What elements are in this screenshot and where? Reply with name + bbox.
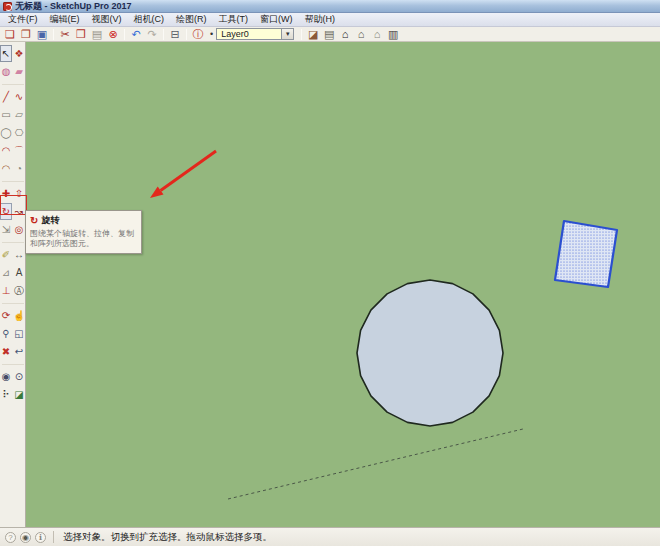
- pie-tool[interactable]: ◔: [13, 160, 25, 177]
- drawing-canvas[interactable]: [26, 42, 660, 527]
- look-around-tool[interactable]: ⊙: [13, 368, 25, 385]
- rotate-tool[interactable]: ↻: [0, 203, 12, 220]
- paint-bucket-tool[interactable]: ◍: [0, 63, 12, 80]
- view-top-button[interactable]: ▤: [321, 27, 337, 41]
- freehand-tool[interactable]: ∿: [13, 88, 25, 105]
- menu-edit[interactable]: 编辑(E): [44, 13, 86, 26]
- polygon-icon: ⎔: [15, 128, 24, 138]
- orbit-tool[interactable]: ⟳: [0, 307, 12, 324]
- protractor-tool[interactable]: ⊿: [0, 264, 12, 281]
- view-back-button[interactable]: ▥: [385, 27, 401, 41]
- view-right-button[interactable]: ⌂: [353, 27, 369, 41]
- two-point-arc-tool[interactable]: ⌒: [13, 142, 25, 159]
- open-folder-icon: ❐: [21, 29, 31, 40]
- push-pull-tool[interactable]: ⇧: [13, 185, 25, 202]
- help-status-icon[interactable]: ?: [5, 532, 16, 543]
- scale-tool[interactable]: ⇲: [0, 221, 12, 238]
- view-left-button[interactable]: ⌂: [369, 27, 385, 41]
- menu-draw[interactable]: 绘图(R): [170, 13, 213, 26]
- menu-help[interactable]: 帮助(H): [299, 13, 342, 26]
- previous-view-tool[interactable]: ↩: [13, 343, 25, 360]
- toolbar-separator: [301, 29, 302, 40]
- selected-square-shape[interactable]: [555, 221, 617, 287]
- iso-view-icon: ◪: [308, 29, 318, 40]
- rotate-tooltip: ↻ 旋转 围绕某个轴旋转、拉伸、复制和阵列所选图元。: [25, 210, 142, 254]
- paint-bucket-icon: ◍: [2, 67, 11, 77]
- model-info-icon: ⓘ: [193, 29, 204, 40]
- palette-row: ⇲◎: [0, 221, 26, 239]
- save-button[interactable]: ▣: [34, 27, 50, 41]
- eraser-tool[interactable]: ▰: [13, 63, 25, 80]
- zoom-magnifier-icon: ⚲: [2, 329, 9, 339]
- axes-tool[interactable]: ⊥: [0, 282, 12, 299]
- menu-tools[interactable]: 工具(T): [213, 13, 255, 26]
- erase-button[interactable]: ⊗: [105, 27, 121, 41]
- circle-shape[interactable]: [357, 280, 503, 426]
- tape-measure-tool[interactable]: ✐: [0, 246, 12, 263]
- geolocation-status-icon[interactable]: ◉: [20, 532, 31, 543]
- push-pull-icon: ⇧: [15, 189, 23, 199]
- menu-view[interactable]: 视图(V): [86, 13, 128, 26]
- rectangle-tool[interactable]: ▭: [0, 106, 12, 123]
- front-view-icon: ⌂: [342, 29, 349, 40]
- scale-icon: ⇲: [2, 225, 10, 235]
- select-tool[interactable]: ↖: [0, 45, 12, 62]
- status-bar: ?◉ℹ 选择对象。切换到扩充选择。拖动鼠标选择多项。: [0, 527, 660, 546]
- cut-button[interactable]: ✂: [57, 27, 73, 41]
- copy-button[interactable]: ❒: [73, 27, 89, 41]
- undo-button[interactable]: ↶: [128, 27, 144, 41]
- palette-group-divider: [2, 300, 24, 304]
- look-around-eye-icon: ⊙: [15, 372, 23, 382]
- menu-camera[interactable]: 相机(C): [128, 13, 171, 26]
- offset-tool[interactable]: ◎: [13, 221, 25, 238]
- menu-window[interactable]: 窗口(W): [254, 13, 299, 26]
- circle-tool[interactable]: ◯: [0, 124, 12, 141]
- text-tool[interactable]: A: [13, 264, 25, 281]
- zoom-window-tool[interactable]: ◱: [13, 325, 25, 342]
- move-tool[interactable]: ✚: [0, 185, 12, 202]
- main-toolbar: ❏❐▣✂❒▤⊗↶↷⊟ⓘ • Layer0 ▾ ◪▤⌂⌂⌂▥: [0, 27, 660, 42]
- instructor-status-icon[interactable]: ℹ: [35, 532, 46, 543]
- layer-dropdown-arrow-icon[interactable]: ▾: [282, 28, 294, 40]
- palette-row: ⠗◪: [0, 386, 26, 404]
- menu-bar: 文件(F)编辑(E)视图(V)相机(C)绘图(R)工具(T)窗口(W)帮助(H): [0, 13, 660, 27]
- 3d-text-tool[interactable]: Ⓐ: [13, 282, 25, 299]
- sketchup-logo-icon: [3, 2, 12, 11]
- dimension-icon: ↔: [14, 250, 24, 260]
- dimension-tool[interactable]: ↔: [13, 246, 25, 263]
- position-camera-tool[interactable]: ◉: [0, 368, 12, 385]
- zoom-tool[interactable]: ⚲: [0, 325, 12, 342]
- view-iso-button[interactable]: ◪: [305, 27, 321, 41]
- three-point-arc-tool[interactable]: ◠: [0, 160, 12, 177]
- zoom-extents-tool[interactable]: ✖: [0, 343, 12, 360]
- arc-tool[interactable]: ◠: [0, 142, 12, 159]
- status-icons-group: ?◉ℹ: [5, 532, 46, 543]
- model-info-button[interactable]: ⓘ: [190, 27, 206, 41]
- line-tool[interactable]: ╱: [0, 88, 12, 105]
- walk-footprints-icon: ⠗: [2, 390, 9, 400]
- rotated-rectangle-tool[interactable]: ▱: [13, 106, 25, 123]
- polygon-tool[interactable]: ⎔: [13, 124, 25, 141]
- open-button[interactable]: ❐: [18, 27, 34, 41]
- window-title: 无标题 - SketchUp Pro 2017: [15, 0, 132, 13]
- section-plane-tool[interactable]: ◪: [13, 386, 25, 403]
- walk-tool[interactable]: ⠗: [0, 386, 12, 403]
- menu-file[interactable]: 文件(F): [2, 13, 44, 26]
- paste-button[interactable]: ▤: [89, 27, 105, 41]
- layer-dropdown-value[interactable]: Layer0: [216, 28, 282, 40]
- toolbar-separator: [163, 29, 164, 40]
- follow-me-tool[interactable]: ↝: [13, 203, 25, 220]
- printer-icon: ⊟: [170, 29, 179, 40]
- status-text: 选择对象。切换到扩充选择。拖动鼠标选择多项。: [63, 531, 272, 544]
- arc-icon: ◠: [2, 146, 11, 156]
- make-component-tool[interactable]: ❖: [13, 45, 25, 62]
- view-front-button[interactable]: ⌂: [337, 27, 353, 41]
- new-button[interactable]: ❏: [2, 27, 18, 41]
- redo-button[interactable]: ↷: [144, 27, 160, 41]
- toolbar-left-group: ❏❐▣✂❒▤⊗↶↷⊟ⓘ: [2, 27, 206, 41]
- palette-row: ◍▰: [0, 63, 26, 81]
- print-button[interactable]: ⊟: [167, 27, 183, 41]
- circle-icon: ◯: [0, 128, 11, 138]
- layer-dropdown[interactable]: • Layer0 ▾: [210, 28, 294, 40]
- pan-tool[interactable]: ☝: [13, 307, 25, 324]
